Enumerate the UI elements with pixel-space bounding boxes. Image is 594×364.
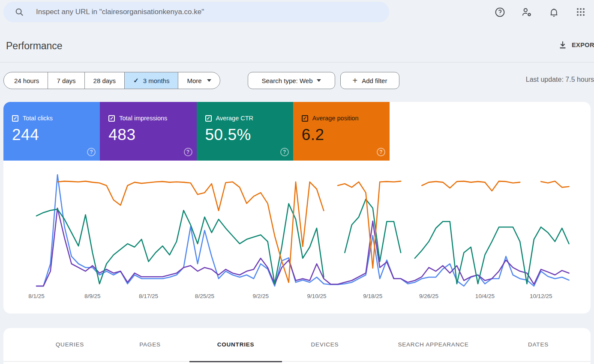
x-axis-label: 8/9/25 bbox=[84, 293, 101, 299]
date-range-28-days[interactable]: 28 days bbox=[84, 72, 125, 89]
google-apps-grid-icon[interactable] bbox=[575, 6, 586, 18]
notifications-bell-icon[interactable] bbox=[548, 6, 559, 18]
chart-line-average-ctr bbox=[345, 199, 401, 262]
tab-dates[interactable]: DATES bbox=[499, 328, 578, 361]
x-axis-label: 9/18/25 bbox=[363, 293, 382, 299]
performance-line-chart[interactable] bbox=[3, 167, 591, 294]
tab-devices[interactable]: DEVICES bbox=[282, 328, 368, 361]
chart-line-total-clicks bbox=[36, 175, 569, 286]
export-button[interactable]: EXPORT bbox=[558, 40, 594, 50]
x-axis-label: 10/12/25 bbox=[530, 293, 552, 299]
search-type-filter[interactable]: Search type: Web bbox=[248, 72, 335, 89]
url-inspect-search-bar[interactable]: Inspect any URL in "clairesorganisationk… bbox=[3, 2, 389, 22]
checkbox-checked-icon[interactable]: ✓ bbox=[205, 115, 212, 122]
plus-icon: + bbox=[353, 76, 358, 85]
x-axis-label: 9/2/25 bbox=[252, 293, 269, 299]
tab-pages[interactable]: PAGES bbox=[111, 328, 189, 361]
add-filter-button[interactable]: + Add filter bbox=[340, 72, 399, 89]
chevron-down-icon bbox=[207, 79, 211, 82]
date-range-3-months[interactable]: ✓ 3 months bbox=[124, 72, 178, 89]
x-axis-label: 9/10/25 bbox=[307, 293, 326, 299]
dimensions-panel: QUERIES PAGES COUNTRIES DEVICES SEARCH A… bbox=[3, 328, 591, 364]
average-position-card[interactable]: ✓ Average position 6.2 ? bbox=[293, 102, 390, 161]
search-icon bbox=[15, 7, 24, 17]
x-axis-label: 8/1/25 bbox=[28, 293, 45, 299]
metric-value: 50.5% bbox=[205, 126, 251, 144]
chart-x-axis: 8/1/258/9/258/17/258/25/259/2/259/10/259… bbox=[3, 293, 591, 301]
checkbox-checked-icon[interactable]: ✓ bbox=[108, 115, 115, 122]
metric-label: Average position bbox=[312, 115, 359, 122]
last-update-text: Last update: 7.5 hours bbox=[526, 76, 594, 84]
check-icon: ✓ bbox=[133, 77, 139, 84]
date-range-more[interactable]: More bbox=[178, 72, 219, 89]
metric-value: 244 bbox=[12, 126, 39, 144]
x-axis-label: 10/4/25 bbox=[475, 293, 495, 299]
metric-label: Total impressions bbox=[119, 115, 167, 122]
user-settings-icon[interactable] bbox=[521, 6, 532, 18]
download-icon bbox=[558, 40, 567, 50]
help-icon[interactable] bbox=[494, 6, 505, 18]
search-console-performance-page: Inspect any URL in "clairesorganisationk… bbox=[0, 0, 594, 364]
top-bar-actions bbox=[494, 0, 586, 24]
metric-cards: ✓ Total clicks 244 ? ✓ Total impressions… bbox=[3, 102, 390, 161]
x-axis-label: 8/17/25 bbox=[139, 293, 158, 299]
checkbox-checked-icon[interactable]: ✓ bbox=[302, 115, 308, 122]
tab-queries[interactable]: QUERIES bbox=[29, 328, 111, 361]
metric-label: Total clicks bbox=[23, 115, 53, 122]
chart-line-average-position bbox=[541, 181, 569, 187]
x-axis-label: 8/25/25 bbox=[195, 293, 214, 299]
help-circle-icon[interactable]: ? bbox=[87, 148, 96, 156]
total-impressions-card[interactable]: ✓ Total impressions 483 ? bbox=[100, 102, 196, 161]
date-range-7-days[interactable]: 7 days bbox=[48, 72, 84, 89]
metric-value: 6.2 bbox=[302, 126, 324, 144]
help-circle-icon[interactable]: ? bbox=[184, 148, 192, 156]
header-divider bbox=[0, 62, 594, 63]
export-label: EXPORT bbox=[572, 42, 594, 48]
chart-line-average-position bbox=[422, 181, 520, 191]
chevron-down-icon bbox=[317, 79, 321, 82]
metric-label: Average CTR bbox=[216, 115, 254, 122]
help-circle-icon[interactable]: ? bbox=[280, 148, 289, 156]
help-circle-icon[interactable]: ? bbox=[377, 148, 385, 156]
top-bar: Inspect any URL in "clairesorganisationk… bbox=[0, 0, 594, 25]
checkbox-checked-icon[interactable]: ✓ bbox=[12, 115, 18, 122]
search-placeholder: Inspect any URL in "clairesorganisationk… bbox=[36, 8, 204, 16]
metric-value: 483 bbox=[108, 126, 135, 144]
date-range-24-hours[interactable]: 24 hours bbox=[4, 72, 48, 89]
average-ctr-card[interactable]: ✓ Average CTR 50.5% ? bbox=[197, 102, 293, 161]
dimension-tabs: QUERIES PAGES COUNTRIES DEVICES SEARCH A… bbox=[3, 328, 591, 362]
tab-countries[interactable]: COUNTRIES bbox=[189, 328, 282, 361]
filter-bar: 24 hours 7 days 28 days ✓ 3 months More … bbox=[0, 72, 594, 89]
page-title: Performance bbox=[6, 40, 63, 52]
performance-panel: ✓ Total clicks 244 ? ✓ Total impressions… bbox=[3, 102, 591, 313]
date-range-selector: 24 hours 7 days 28 days ✓ 3 months More bbox=[3, 72, 220, 89]
tab-search-appearance[interactable]: SEARCH APPEARANCE bbox=[368, 328, 499, 361]
x-axis-label: 9/26/25 bbox=[419, 293, 438, 299]
total-clicks-card[interactable]: ✓ Total clicks 244 ? bbox=[3, 102, 100, 161]
